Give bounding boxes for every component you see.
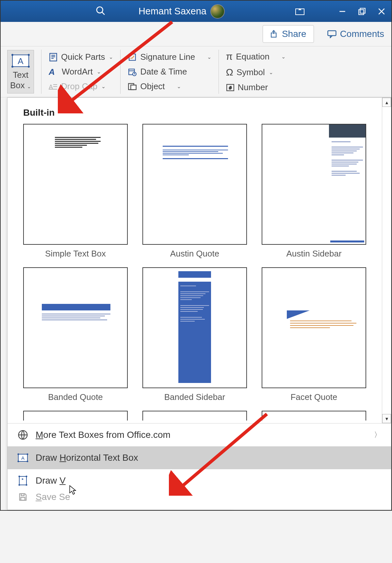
svg-text:▸: ▸ <box>22 477 24 481</box>
svg-point-13 <box>28 54 30 56</box>
share-bar: Share Comments <box>1 22 391 46</box>
svg-point-12 <box>11 54 13 56</box>
svg-rect-47 <box>21 494 24 496</box>
svg-rect-30 <box>131 85 136 90</box>
date-time-button[interactable]: Date & Time <box>128 65 211 78</box>
save-icon <box>17 491 28 503</box>
save-selection-item: Save Se <box>8 489 391 510</box>
draw-vertical-text-box-item[interactable]: ▸ Draw V <box>8 469 391 489</box>
more-text-boxes-item[interactable]: More Text Boxes from Office.com 〉 <box>8 423 391 446</box>
quick-parts-button[interactable]: Quick Parts⌄ <box>49 51 113 63</box>
omega-icon: Ω <box>226 67 233 78</box>
ribbon: A TextBox ⌄ Quick Parts⌄ A WordArt⌄ A Dr… <box>1 46 391 97</box>
drop-cap-button: A Drop Cap⌄ <box>49 80 113 93</box>
svg-rect-5 <box>359 9 364 14</box>
gallery-item-banded-quote[interactable]: Banded Quote <box>23 267 128 408</box>
vertical-text-box-icon: ▸ <box>17 475 28 486</box>
gallery-scrollbar[interactable]: ▴ ▾ <box>382 98 391 423</box>
gallery-item-simple-text-box[interactable]: Simple Text Box <box>23 124 128 265</box>
gallery-item-austin-sidebar[interactable]: Austin Sidebar <box>262 124 366 265</box>
svg-rect-9 <box>328 31 336 36</box>
number-button[interactable]: # Number <box>226 81 286 94</box>
ribbon-display-options[interactable] <box>290 1 310 22</box>
comments-label: Comments <box>340 29 384 39</box>
wordart-button[interactable]: A WordArt⌄ <box>49 65 113 78</box>
search-icon[interactable] <box>95 6 106 17</box>
svg-text:A: A <box>18 56 24 66</box>
svg-text:A: A <box>49 68 55 76</box>
svg-point-36 <box>18 454 19 455</box>
equation-button[interactable]: π Equation ⌄ <box>226 50 286 63</box>
restore-button[interactable] <box>352 1 372 22</box>
svg-point-15 <box>28 66 30 68</box>
svg-point-42 <box>19 476 20 477</box>
scroll-down-icon[interactable]: ▾ <box>382 414 391 423</box>
text-box-icon: A <box>17 452 28 463</box>
window-titlebar: Hemant Saxena <box>1 1 391 22</box>
svg-point-0 <box>97 7 103 13</box>
share-label: Share <box>282 29 306 39</box>
close-button[interactable] <box>372 1 391 22</box>
gallery-item-facet-quote[interactable]: Facet Quote <box>262 267 366 408</box>
gallery-section-header: Built-in <box>23 108 372 118</box>
symbol-button[interactable]: Ω Symbol⌄ <box>226 65 286 79</box>
svg-point-43 <box>26 476 27 477</box>
svg-point-14 <box>11 66 13 68</box>
scroll-up-icon[interactable]: ▴ <box>382 98 391 107</box>
object-button[interactable]: Object ⌄ <box>128 80 211 93</box>
svg-rect-25 <box>129 54 136 60</box>
svg-point-37 <box>27 454 28 455</box>
svg-rect-4 <box>360 8 365 13</box>
gallery-item-banded-sidebar[interactable]: Banded Sidebar <box>142 267 247 408</box>
svg-rect-46 <box>21 497 25 500</box>
user-avatar[interactable] <box>210 4 225 19</box>
svg-text:A: A <box>21 455 24 461</box>
svg-point-38 <box>18 461 19 462</box>
text-box-button[interactable]: A TextBox ⌄ <box>7 50 34 93</box>
svg-point-44 <box>19 484 20 486</box>
chevron-right-icon: 〉 <box>374 430 381 440</box>
user-name: Hemant Saxena <box>139 6 206 17</box>
svg-line-1 <box>102 12 105 15</box>
pi-icon: π <box>226 51 233 62</box>
gallery-item-austin-quote[interactable]: Austin Quote <box>142 124 247 265</box>
globe-icon <box>17 429 28 440</box>
svg-point-45 <box>26 484 27 486</box>
svg-text:#: # <box>229 85 232 90</box>
textbox-gallery: Built-in Simple Text Box <box>7 97 391 510</box>
svg-point-39 <box>27 461 28 462</box>
share-button[interactable]: Share <box>263 25 314 43</box>
signature-line-button[interactable]: Signature Line ⌄ <box>128 51 211 63</box>
minimize-button[interactable] <box>333 1 352 22</box>
draw-horizontal-text-box-item[interactable]: A Draw Horizontal Text Box <box>8 446 391 469</box>
comments-button[interactable]: Comments <box>320 24 391 44</box>
